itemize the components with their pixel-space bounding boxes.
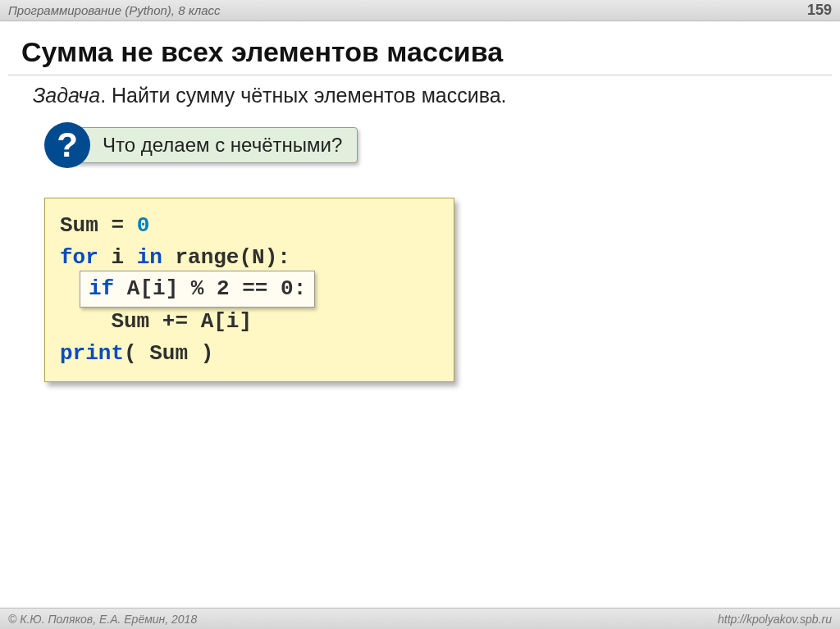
page-number: 159 [807, 2, 832, 19]
task-text: . Найти сумму чётных элементов массива. [100, 84, 506, 107]
code-line-5: print( Sum ) [60, 338, 439, 370]
task-prefix: Задача [33, 84, 100, 107]
code-line-1: Sum = 0 [60, 210, 439, 242]
task-line: Задача. Найти сумму чётных элементов мас… [0, 80, 840, 122]
footer-url: http://kpolyakov.spb.ru [718, 613, 832, 626]
code-line-2: for i in range(N): [60, 242, 439, 274]
question-row: ? Что делаем с нечётными? [44, 122, 840, 168]
question-mark-glyph: ? [57, 125, 78, 165]
question-text: Что делаем с нечётными? [103, 134, 342, 157]
footer-copyright: © К.Ю. Поляков, Е.А. Ерёмин, 2018 [8, 613, 197, 626]
slide-title: Сумма не всех элементов массива [0, 21, 840, 75]
header-bar: Программирование (Python), 8 класс 159 [0, 0, 840, 21]
title-divider [8, 75, 832, 75]
code-block: Sum = 0 for i in range(N): if A[i] % 2 =… [44, 198, 454, 382]
footer-bar: © К.Ю. Поляков, Е.А. Ерёмин, 2018 http:/… [0, 608, 840, 629]
code-line-4: Sum += A[i] [60, 306, 439, 338]
code-inner: Sum = 0 for i in range(N): if A[i] % 2 =… [60, 210, 439, 370]
course-label: Программирование (Python), 8 класс [8, 3, 221, 17]
question-box: Что делаем с нечётными? [67, 127, 358, 163]
code-highlight: if A[i] % 2 == 0: [80, 271, 315, 308]
question-mark-icon: ? [44, 122, 90, 168]
